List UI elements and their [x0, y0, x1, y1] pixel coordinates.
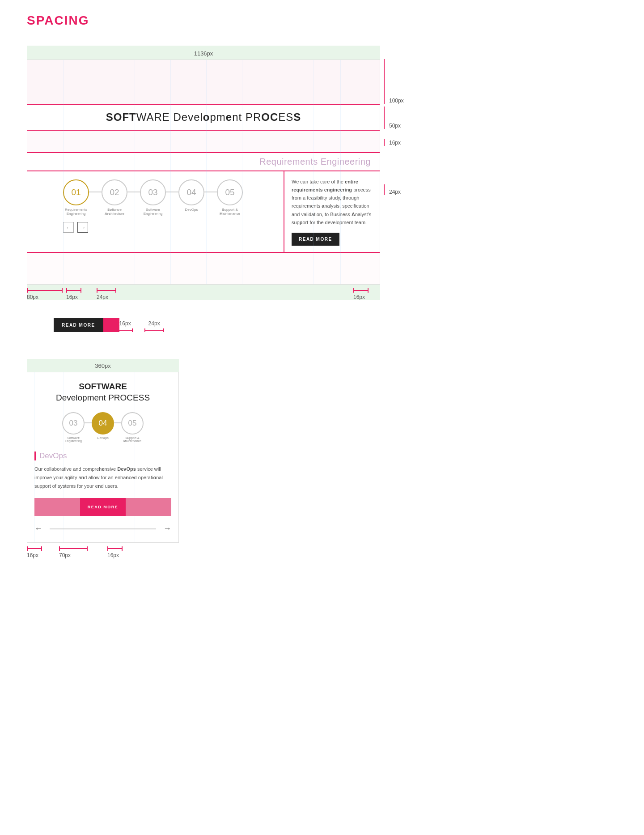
mobile-btn-left-pink	[34, 498, 80, 516]
mobile-ann-16px-right-label: 16px	[107, 552, 119, 558]
steps-circles: 01 Requirements Engineering 02 Software …	[63, 179, 276, 216]
step-conn-2	[127, 192, 140, 192]
ann-24px-label: 24px	[97, 294, 108, 300]
card-title-row: SOFTWARE Development PROCESS	[27, 105, 380, 131]
mobile-btn-right-pink	[126, 498, 171, 516]
step-label-04: DevOps	[185, 208, 198, 212]
step-circle-04: 04	[178, 179, 204, 205]
step-conn-3	[166, 192, 178, 192]
step-label-05: Support & Maintenance	[220, 208, 240, 216]
mobile-ann-16px-left-label: 16px	[27, 552, 38, 558]
readmore-btn-pink-block	[103, 318, 119, 332]
top-spacer	[27, 60, 380, 105]
desktop-width-label: 1136px	[27, 50, 380, 60]
req-heading-row: Requirements Engineering	[27, 153, 380, 171]
step-item-02: 02 Software Architecture	[102, 179, 127, 216]
step-item-05: 05 Support & Maintenance	[217, 179, 243, 216]
step-circle-01: 01	[63, 179, 89, 205]
mobile-step-03: 03 Software Engineering	[62, 412, 85, 443]
req-heading: Requirements Engineering	[27, 157, 371, 167]
step-item-03: 03 Software Engineering	[140, 179, 166, 216]
mobile-circle-03: 03	[62, 412, 85, 435]
mobile-step-04: 04 DevOps	[92, 412, 114, 439]
mobile-steps: 03 Software Engineering 04 DevOps 05 Sup…	[34, 412, 171, 443]
ann-16px-right-label: 16px	[353, 294, 365, 300]
spacer-50	[27, 131, 380, 153]
bottom-spacer	[27, 253, 380, 284]
card-title: SOFTWARE Development PROCESS	[27, 111, 380, 124]
read-more-button[interactable]: READ MORE	[292, 233, 339, 246]
ann-24px: 24px	[97, 288, 132, 300]
right-ann-50px: 50px	[384, 104, 404, 129]
mobile-next-arrow[interactable]: →	[163, 524, 171, 533]
desktop-card: SOFTWARE Development PROCESS Requirement…	[27, 60, 380, 285]
readmore-16px-ann: 16px	[118, 320, 133, 332]
step-conn-1	[89, 192, 102, 192]
mobile-label-05: Support & Maintenance	[123, 436, 141, 443]
step-conn-4	[204, 192, 217, 192]
step-label-02: Software Architecture	[105, 208, 124, 216]
mobile-ann-70px: 70px	[59, 546, 104, 558]
mobile-nav-row: ← →	[34, 524, 171, 533]
mobile-outer-container: 360px SOFTWARE Development PROCESS 03 So…	[27, 359, 179, 558]
step-circle-03: 03	[140, 179, 166, 205]
right-ann-16px: 16px	[384, 129, 404, 146]
readmore-detail-section: READ MORE 16px 24px	[54, 318, 617, 332]
mobile-inner: SOFTWARE Development PROCESS 03 Software…	[27, 372, 178, 542]
ann-16px: 16px	[66, 288, 93, 300]
mobile-title: SOFTWARE Development PROCESS	[34, 381, 171, 403]
right-annotations: 100px 50px 16px 24px	[384, 46, 404, 195]
right-ann-100px-label: 100px	[389, 98, 404, 104]
content-row: 01 Requirements Engineering 02 Software …	[27, 171, 380, 253]
right-ann-24px: 24px	[384, 146, 404, 195]
mobile-conn-1	[85, 422, 92, 423]
mobile-circle-05: 05	[121, 412, 144, 435]
mobile-step-05: 05 Support & Maintenance	[121, 412, 144, 443]
page-title: SPACING	[27, 13, 617, 28]
mobile-title-line2: Development PROCESS	[34, 392, 171, 404]
right-ann-50px-label: 50px	[389, 123, 401, 129]
mobile-conn-2	[114, 422, 121, 423]
mobile-readmore-btn[interactable]: READ MORE	[80, 498, 126, 516]
desktop-container: 1136px SOFTWARE Development PROCESS	[27, 46, 380, 300]
mobile-title-line1: SOFTWARE	[79, 382, 127, 391]
next-arrow[interactable]: →	[77, 222, 88, 233]
mobile-ann-16px-left: 16px	[27, 546, 52, 558]
ann-16px-right: 16px	[353, 288, 380, 300]
mobile-section-heading: DevOps	[34, 452, 171, 460]
bottom-annotations: 80px 16px 24px	[27, 285, 380, 300]
step-item-04: 04 DevOps	[178, 179, 204, 212]
mobile-circle-04: 04	[92, 412, 114, 435]
step-item-01: 01 Requirements Engineering	[63, 179, 89, 216]
ann-80px: 80px	[27, 288, 63, 300]
step-circle-05: 05	[217, 179, 243, 205]
desc-col: We can take care of the entire requireme…	[284, 171, 380, 252]
mobile-prev-arrow[interactable]: ←	[34, 524, 42, 533]
mobile-description: Our collaborative and comprehensive DevO…	[34, 465, 171, 490]
readmore-btn-group: READ MORE	[54, 318, 103, 332]
mobile-label-03: Software Engineering	[65, 436, 82, 443]
step-circle-02: 02	[102, 179, 127, 205]
right-ann-24px-label: 24px	[389, 189, 401, 195]
mobile-nav-line	[50, 528, 156, 529]
ann-16px-label: 16px	[66, 294, 78, 300]
steps-col: 01 Requirements Engineering 02 Software …	[27, 171, 284, 252]
description-text: We can take care of the entire requireme…	[292, 178, 373, 226]
readmore-24px-ann: 24px	[144, 320, 164, 332]
right-ann-100px: 100px	[384, 59, 404, 104]
nav-row: ← →	[63, 222, 276, 233]
mobile-card: SOFTWARE Development PROCESS 03 Software…	[27, 372, 179, 543]
mobile-ann-70px-label: 70px	[59, 552, 71, 558]
readmore-btn-dark[interactable]: READ MORE	[54, 318, 103, 332]
mobile-bottom-annotations: 16px 70px 16px	[27, 543, 179, 558]
mobile-ann-16px-right: 16px	[107, 546, 132, 558]
mobile-label-04: DevOps	[97, 436, 108, 439]
step-label-03: Software Engineering	[144, 208, 163, 216]
ann-80px-label: 80px	[27, 294, 38, 300]
prev-arrow[interactable]: ←	[63, 222, 74, 233]
step-label-01: Requirements Engineering	[65, 208, 87, 216]
desktop-demo-wrapper: 1136px SOFTWARE Development PROCESS	[27, 46, 617, 300]
mobile-readmore-row: READ MORE	[34, 498, 171, 516]
mobile-width-label: 360px	[27, 359, 179, 372]
right-ann-16px-label: 16px	[389, 140, 401, 146]
